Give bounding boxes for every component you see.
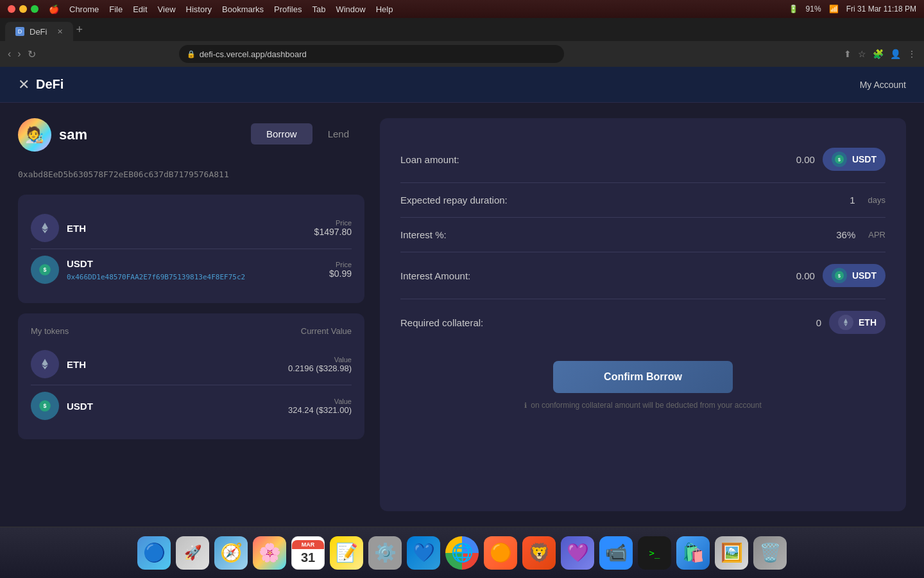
dock-item-terminal[interactable]: >_	[638, 536, 671, 570]
eth-token-value-area: Value 0.2196 ($328.98)	[288, 356, 352, 373]
eth-token-row: ETH Value 0.2196 ($328.98)	[31, 344, 352, 385]
datetime: Fri 31 Mar 11:18 PM	[846, 4, 916, 13]
mode-buttons: Borrow Lend	[251, 123, 364, 144]
interest-usdt-icon: $	[832, 268, 847, 283]
menu-edit[interactable]: Edit	[133, 4, 147, 14]
menu-view[interactable]: View	[158, 4, 176, 14]
collateral-token-label: ETH	[859, 317, 877, 328]
share-icon[interactable]: ⬆	[844, 49, 851, 59]
dock-item-brave[interactable]: 🦁	[522, 536, 556, 570]
dock-item-settings[interactable]: ⚙️	[368, 536, 402, 570]
info-icon: ℹ	[524, 401, 527, 410]
menu-bookmarks[interactable]: Bookmarks	[222, 4, 264, 14]
eth-price-label: Price	[314, 219, 352, 227]
my-tokens-header: My tokens Current Value	[31, 326, 352, 336]
tab-title: DeFi	[30, 27, 47, 37]
back-button[interactable]: ‹	[8, 48, 11, 60]
new-tab-button[interactable]: +	[76, 23, 83, 37]
app-content: ✕ DeFi My Account 🧑‍🎨 sam Borrow Lend 0x…	[0, 67, 924, 527]
dock-item-vscode[interactable]: 💙	[407, 536, 440, 570]
menu-file[interactable]: File	[109, 4, 123, 14]
usdt-price-label-area: Price $0.99	[329, 261, 352, 279]
dock-item-notes[interactable]: 📝	[330, 536, 363, 570]
eth-value-label: Value	[288, 356, 352, 363]
eth-price-value: $1497.80	[314, 227, 352, 237]
loan-amount-token-badge[interactable]: $ USDT	[823, 148, 886, 171]
dock-item-appstore[interactable]: 🛍️	[676, 536, 710, 570]
address-bar-right: ⬆ ☆ 🧩 👤 ⋮	[844, 49, 916, 59]
my-tokens-card: My tokens Current Value ETH Value 0.2196…	[18, 313, 364, 439]
svg-text:$: $	[44, 267, 47, 273]
main-layout: 🧑‍🎨 sam Borrow Lend 0xabd8EeD5b630578F72…	[0, 103, 924, 527]
profile-icon[interactable]: 👤	[890, 49, 901, 59]
dock-item-launchpad[interactable]: 🚀	[176, 536, 209, 570]
usdt-value-amount: 324.24 ($321.00)	[288, 405, 352, 415]
interest-unit: APR	[868, 230, 886, 240]
bookmark-icon[interactable]: ☆	[858, 49, 866, 59]
eth-my-icon	[31, 350, 59, 378]
fullscreen-button[interactable]	[31, 5, 38, 13]
usdt-contract: 0x466DD1e48570FAA2E7f69B75139813e4F8EF75…	[67, 273, 245, 281]
prices-card: ETH Price $1497.80 $ USDT	[18, 195, 364, 303]
dock-item-photos[interactable]: 🌸	[253, 536, 286, 570]
current-value-label: Current Value	[301, 326, 352, 336]
logo-area: ✕ DeFi	[18, 76, 64, 93]
usdt-price-value: $0.99	[329, 268, 352, 279]
menu-tab[interactable]: Tab	[312, 4, 325, 14]
titlebar-menu: 🍎 Chrome File Edit View History Bookmark…	[49, 4, 393, 14]
menu-window[interactable]: Window	[336, 4, 365, 14]
dock-item-safari[interactable]: 🧭	[214, 536, 248, 570]
interest-amount-row: Interest Amount: 0.00 $ USDT	[400, 252, 886, 299]
my-account-button[interactable]: My Account	[860, 80, 906, 90]
app-header: ✕ DeFi My Account	[0, 67, 924, 103]
user-avatar: 🧑‍🎨	[18, 118, 51, 152]
dock-item-finder[interactable]: 🔵	[137, 536, 171, 570]
collateral-value: 0	[816, 317, 821, 328]
collateral-token-badge[interactable]: ETH	[829, 311, 886, 334]
confirm-borrow-button[interactable]: Confirm Borrow	[553, 361, 733, 393]
menu-apple[interactable]: 🍎	[49, 4, 59, 14]
titlebar: 🍎 Chrome File Edit View History Bookmark…	[0, 0, 924, 18]
usdt-icon: $	[31, 256, 59, 284]
active-tab[interactable]: D DeFi ✕	[5, 22, 73, 41]
menu-chrome[interactable]: Chrome	[69, 4, 99, 14]
usdt-value-label: Value	[288, 398, 352, 405]
interest-token-badge[interactable]: $ USDT	[823, 264, 886, 287]
tab-bar: D DeFi ✕ +	[0, 18, 924, 41]
dock-item-trash[interactable]: 🗑️	[753, 536, 787, 570]
close-button[interactable]	[8, 5, 15, 13]
collateral-row: Required collateral: 0 ETH	[400, 299, 886, 346]
battery-level: 91%	[806, 4, 821, 13]
interest-rate-row: Interest %: 36% APR	[400, 218, 886, 252]
url-box[interactable]: 🔒 defi-cs.vercel.app/dashboard	[179, 45, 564, 63]
user-name: sam	[59, 127, 87, 143]
collateral-eth-icon	[838, 315, 853, 330]
left-panel: 🧑‍🎨 sam Borrow Lend 0xabd8EeD5b630578F72…	[18, 118, 364, 511]
logo-text: DeFi	[36, 77, 64, 92]
dock-item-teams[interactable]: 💜	[561, 536, 594, 570]
eth-name: ETH	[67, 223, 86, 234]
menu-icon[interactable]: ⋮	[907, 49, 916, 59]
forward-button[interactable]: ›	[17, 48, 21, 60]
extensions-icon[interactable]: 🧩	[873, 49, 884, 59]
svg-text:$: $	[838, 157, 841, 162]
usdt-price-label: Price	[329, 261, 352, 268]
tab-close-button[interactable]: ✕	[57, 28, 63, 36]
usdt-token-row: $ USDT Value 324.24 ($321.00)	[31, 385, 352, 426]
menu-profiles[interactable]: Profiles	[274, 4, 302, 14]
lend-mode-button[interactable]: Lend	[312, 123, 364, 144]
usdt-my-name: USDT	[67, 401, 93, 412]
dock-item-calendar[interactable]: MAR 31	[291, 536, 325, 570]
dock-item-zoom[interactable]: 📹	[599, 536, 633, 570]
menu-history[interactable]: History	[186, 4, 212, 14]
minimize-button[interactable]	[19, 5, 27, 13]
dock-item-preview[interactable]: 🖼️	[715, 536, 748, 570]
dock-item-tangent[interactable]: 🟠	[484, 536, 517, 570]
interest-label: Interest %:	[400, 229, 836, 240]
usdt-name: USDT	[67, 258, 245, 269]
menu-help[interactable]: Help	[376, 4, 393, 14]
traffic-lights	[8, 5, 38, 13]
borrow-mode-button[interactable]: Borrow	[251, 123, 312, 144]
dock-item-chrome[interactable]: 🌐	[445, 536, 479, 570]
refresh-button[interactable]: ↻	[28, 48, 36, 60]
